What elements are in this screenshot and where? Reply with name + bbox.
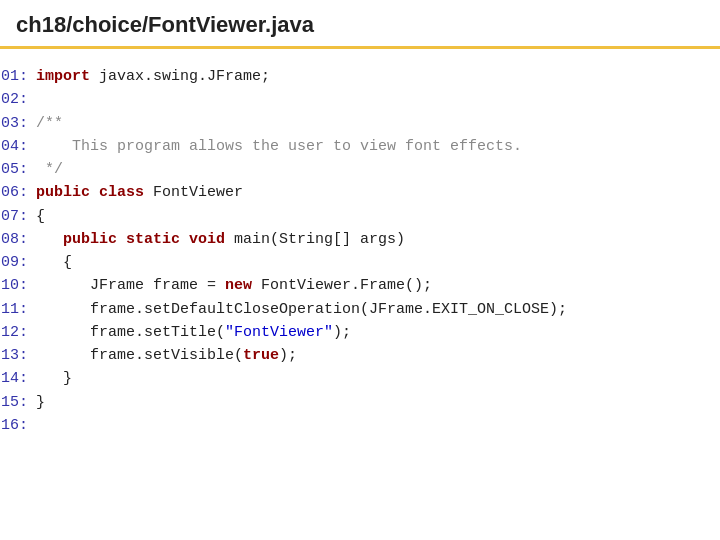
line-number: 06:	[0, 181, 36, 204]
line-number: 14:	[0, 367, 36, 390]
line-number: 08:	[0, 228, 36, 251]
code-line: 16:	[0, 414, 720, 437]
code-line: 02:	[0, 88, 720, 111]
line-number: 10:	[0, 274, 36, 297]
code-line: 07:{	[0, 205, 720, 228]
code-line: 14: }	[0, 367, 720, 390]
code-line: 05: */	[0, 158, 720, 181]
line-content: frame.setDefaultCloseOperation(JFrame.EX…	[36, 298, 567, 321]
line-content: */	[36, 158, 63, 181]
line-content: /**	[36, 112, 63, 135]
code-line: 08: public static void main(String[] arg…	[0, 228, 720, 251]
line-number: 01:	[0, 65, 36, 88]
line-number: 04:	[0, 135, 36, 158]
line-number: 15:	[0, 391, 36, 414]
line-number: 16:	[0, 414, 36, 437]
line-number: 02:	[0, 88, 36, 111]
line-content: This program allows the user to view fon…	[36, 135, 522, 158]
code-area: 01:import javax.swing.JFrame;02:03:/**04…	[0, 49, 720, 453]
code-line: 06:public class FontViewer	[0, 181, 720, 204]
line-number: 07:	[0, 205, 36, 228]
line-content: frame.setVisible(true);	[36, 344, 297, 367]
code-line: 04: This program allows the user to view…	[0, 135, 720, 158]
line-number: 12:	[0, 321, 36, 344]
code-line: 11: frame.setDefaultCloseOperation(JFram…	[0, 298, 720, 321]
line-content: public class FontViewer	[36, 181, 243, 204]
code-line: 01:import javax.swing.JFrame;	[0, 65, 720, 88]
line-number: 05:	[0, 158, 36, 181]
line-content: import javax.swing.JFrame;	[36, 65, 270, 88]
line-number: 03:	[0, 112, 36, 135]
code-line: 10: JFrame frame = new FontViewer.Frame(…	[0, 274, 720, 297]
page-title: ch18/choice/FontViewer.java	[16, 12, 704, 38]
line-content: frame.setTitle("FontViewer");	[36, 321, 351, 344]
code-line: 03:/**	[0, 112, 720, 135]
title-bar: ch18/choice/FontViewer.java	[0, 0, 720, 49]
line-content: public static void main(String[] args)	[36, 228, 405, 251]
code-line: 13: frame.setVisible(true);	[0, 344, 720, 367]
line-number: 13:	[0, 344, 36, 367]
line-content: }	[36, 367, 72, 390]
code-line: 09: {	[0, 251, 720, 274]
line-number: 09:	[0, 251, 36, 274]
line-content: JFrame frame = new FontViewer.Frame();	[36, 274, 432, 297]
code-line: 15:}	[0, 391, 720, 414]
code-line: 12: frame.setTitle("FontViewer");	[0, 321, 720, 344]
line-content: {	[36, 205, 45, 228]
line-content: }	[36, 391, 45, 414]
line-content: {	[36, 251, 72, 274]
line-number: 11:	[0, 298, 36, 321]
